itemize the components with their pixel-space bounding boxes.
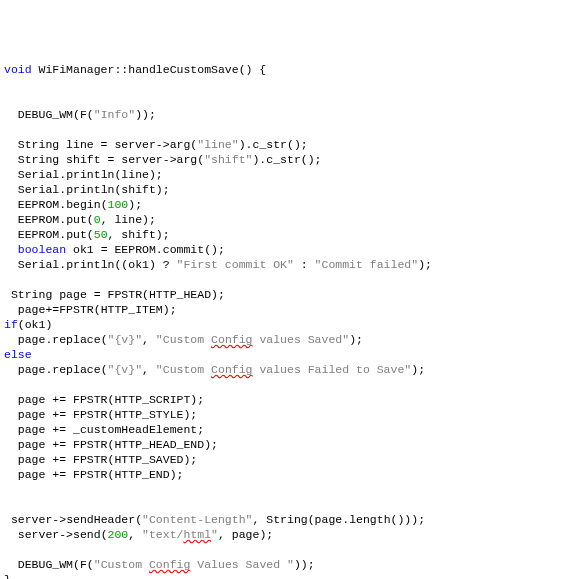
code-token: () { xyxy=(239,63,267,76)
code-token: , xyxy=(252,513,266,526)
code-token: else xyxy=(4,348,32,361)
code-token: page+= xyxy=(4,303,59,316)
code-token: String page = xyxy=(4,288,108,301)
code-token: sendHeader xyxy=(66,513,135,526)
code-token: println xyxy=(66,183,114,196)
code-token: ( xyxy=(101,363,108,376)
code-token: "line" xyxy=(197,138,238,151)
code-token: ); xyxy=(418,258,432,271)
code-token: : xyxy=(294,258,315,271)
code-token: EEPROM. xyxy=(4,228,66,241)
code-token: void xyxy=(4,63,32,76)
code-token: page += xyxy=(4,438,73,451)
code-token: Serial. xyxy=(4,258,66,271)
code-token: "{v}" xyxy=(108,333,143,346)
code-token: put xyxy=(66,213,87,226)
code-token: FPSTR xyxy=(73,408,108,421)
code-token: html xyxy=(183,528,211,541)
code-token: , xyxy=(142,333,156,346)
code-token: replace xyxy=(52,333,100,346)
code-token: "shift" xyxy=(204,153,252,166)
code-token: page. xyxy=(4,333,52,346)
code-token: server-> xyxy=(4,528,73,541)
code-token: page += xyxy=(4,393,73,406)
code-token: Config xyxy=(211,333,252,346)
code-token: println xyxy=(66,168,114,181)
code-token: ())); xyxy=(391,513,426,526)
code-token: String line = server-> xyxy=(4,138,170,151)
code-token: values Failed to Save" xyxy=(253,363,412,376)
code-token: page += xyxy=(4,453,73,466)
code-token: FPSTR xyxy=(59,303,94,316)
code-token: String shift = server-> xyxy=(4,153,177,166)
code-token: values Saved" xyxy=(253,333,350,346)
code-token: replace xyxy=(52,363,100,376)
code-token: 200 xyxy=(108,528,129,541)
code-token: "Info" xyxy=(94,108,135,121)
code-token: begin xyxy=(66,198,101,211)
code-token: "text/ xyxy=(142,528,183,541)
code-token: , page); xyxy=(218,528,273,541)
code-token: "First commit OK" xyxy=(177,258,294,271)
code-token: "Content-Length" xyxy=(142,513,252,526)
code-token: ); xyxy=(128,198,142,211)
code-token xyxy=(4,243,18,256)
code-token: Serial. xyxy=(4,183,66,196)
code-token: put xyxy=(66,228,87,241)
code-token: F xyxy=(80,108,87,121)
code-token: F xyxy=(80,558,87,571)
code-token: 100 xyxy=(108,198,129,211)
code-token: ( xyxy=(87,228,94,241)
code-token: FPSTR xyxy=(73,468,108,481)
code-token: } xyxy=(4,573,11,579)
code-token: , shift); xyxy=(108,228,170,241)
code-token: ( xyxy=(135,513,142,526)
code-token: server-> xyxy=(4,513,66,526)
code-token: (HTTP_HEAD); xyxy=(142,288,225,301)
code-token: (HTTP_STYLE); xyxy=(108,408,198,421)
code-token: ( xyxy=(87,108,94,121)
code-token: FPSTR xyxy=(108,288,143,301)
code-token: )); xyxy=(135,108,156,121)
code-token: FPSTR xyxy=(73,393,108,406)
code-token: (HTTP_HEAD_END); xyxy=(108,438,218,451)
code-token: FPSTR xyxy=(73,453,108,466)
code-token: 0 xyxy=(94,213,101,226)
code-token: arg xyxy=(170,138,191,151)
code-token: arg xyxy=(177,153,198,166)
code-token: ( xyxy=(87,213,94,226)
code-token: ( xyxy=(101,333,108,346)
code-token: ok1 = EEPROM. xyxy=(66,243,163,256)
code-token: ( xyxy=(101,198,108,211)
code-token: Config xyxy=(211,363,252,376)
code-token: ( xyxy=(87,558,94,571)
code-token: (ok1) xyxy=(18,318,53,331)
code-token: Serial. xyxy=(4,168,66,181)
code-token: (line); xyxy=(114,168,162,181)
code-token: (HTTP_SCRIPT); xyxy=(108,393,205,406)
code-token: )); xyxy=(294,558,315,571)
code-token: 50 xyxy=(94,228,108,241)
code-token: (); xyxy=(301,153,322,166)
code-token: ( xyxy=(101,528,108,541)
code-token: FPSTR xyxy=(73,438,108,451)
code-token: send xyxy=(73,528,101,541)
code-token: page += xyxy=(4,468,73,481)
code-token: "{v}" xyxy=(108,363,143,376)
code-token: DEBUG_WM xyxy=(18,558,73,571)
code-token: ); xyxy=(411,363,425,376)
code-token: DEBUG_WM xyxy=(18,108,73,121)
code-token: page. xyxy=(4,363,52,376)
code-editor-content[interactable]: void WiFiManager::handleCustomSave() { D… xyxy=(4,62,564,579)
code-token: ( xyxy=(73,108,80,121)
code-token xyxy=(4,108,18,121)
code-token: , xyxy=(128,528,142,541)
code-token: (); xyxy=(287,138,308,151)
code-token: "Commit failed" xyxy=(315,258,419,271)
code-token: commit xyxy=(163,243,204,256)
code-token: page += xyxy=(4,408,73,421)
code-token: ((ok1) ? xyxy=(114,258,176,271)
code-token: if xyxy=(4,318,18,331)
code-token: ). xyxy=(239,138,253,151)
code-token: , xyxy=(142,363,156,376)
